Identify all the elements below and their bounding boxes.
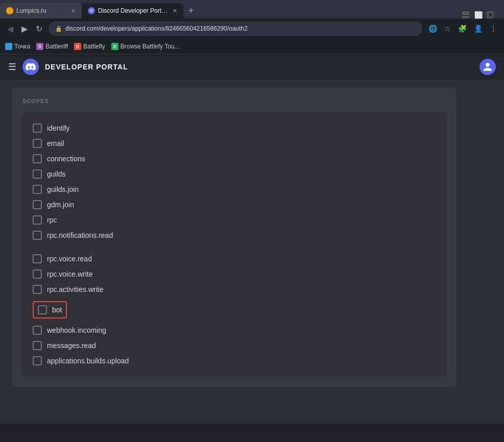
scope-rpc-voice-write-checkbox[interactable]	[33, 269, 42, 279]
scope-guilds-join-checkbox[interactable]	[33, 185, 42, 194]
scope-bot-label: bot	[52, 306, 62, 314]
scope-rpc-voice-read: rpc.voice.read	[33, 251, 436, 266]
back-button[interactable]: ◀	[5, 23, 15, 35]
tochka-favicon	[5, 43, 12, 50]
scope-identify-label: identify	[47, 124, 69, 132]
scope-applications-builds-upload-label: applications.builds.upload	[47, 357, 129, 365]
discord-app: ☰ DEVELOPER PORTAL SCOPES identify	[0, 54, 504, 424]
bookmark-battleriff[interactable]: B Battleriff	[36, 43, 68, 50]
bookmark-tochka[interactable]: Точка	[5, 43, 30, 50]
scope-guilds-join: guilds.join	[33, 182, 436, 197]
scope-bot: bot	[33, 298, 436, 322]
tabs-bar: Lumpics.ru ✕ ⚙ Discord Developer Portal …	[0, 0, 504, 18]
scope-webhook-incoming-checkbox[interactable]	[33, 326, 42, 335]
new-tab-button[interactable]: +	[183, 3, 199, 18]
scopes-section: SCOPES identify email connections g	[12, 88, 457, 387]
scope-rpc-checkbox[interactable]	[33, 215, 42, 225]
bookmark-browse-battlefy[interactable]: B Browse Battlefy Tou...	[111, 43, 180, 50]
bot-highlight-box: bot	[33, 301, 67, 318]
browser-chrome: Lumpics.ru ✕ ⚙ Discord Developer Portal …	[0, 0, 504, 54]
maximize-button[interactable]: ⬜	[474, 11, 482, 18]
tab-lumpics[interactable]: Lumpics.ru ✕	[0, 3, 82, 18]
minimize-button[interactable]: —	[462, 11, 469, 18]
scope-messages-read: messages.read	[33, 338, 436, 353]
scope-rpc-voice-read-checkbox[interactable]	[33, 254, 42, 263]
extension-icon[interactable]: 🧩	[456, 23, 469, 34]
portal-title-text: DEVELOPER PORTAL	[45, 63, 128, 71]
scope-messages-read-checkbox[interactable]	[33, 341, 42, 350]
scope-identify: identify	[33, 120, 436, 136]
scope-webhook-incoming: webhook.incoming	[33, 323, 436, 338]
scope-rpc-activities-write: rpc.activities.write	[33, 282, 436, 297]
scope-connections-label: connections	[47, 155, 85, 163]
scope-guilds: guilds	[33, 166, 436, 182]
scope-messages-read-label: messages.read	[47, 341, 96, 350]
scope-guilds-checkbox[interactable]	[33, 169, 42, 179]
bookmark-tochka-label: Точка	[14, 43, 30, 50]
tab-discord[interactable]: ⚙ Discord Developer Portal — My / ✕	[82, 3, 183, 18]
tab-discord-label: Discord Developer Portal — My /	[98, 7, 170, 14]
bookmark-battlefly-label: Battlefly	[83, 43, 105, 50]
toolbar-icons: 🌐 ☆ 🧩 👤 ⋮	[426, 23, 499, 34]
scope-identify-checkbox[interactable]	[33, 124, 42, 133]
scope-guilds-label: guilds	[47, 170, 66, 178]
translate-icon[interactable]: 🌐	[426, 23, 439, 34]
scope-gdm-join: gdm.join	[33, 197, 436, 212]
scope-email-label: email	[47, 139, 64, 148]
scope-rpc-voice-write: rpc.voice.write	[33, 266, 436, 282]
star-icon[interactable]: ☆	[442, 23, 453, 34]
battlefly-favicon: B	[74, 43, 81, 50]
lumpics-favicon	[6, 7, 13, 14]
scope-rpc-voice-read-label: rpc.voice.read	[47, 255, 92, 263]
address-bar-row: ◀ ▶ ↻ 🔒 discord.com/developers/applicati…	[0, 18, 504, 39]
menu-icon[interactable]: ⋮	[488, 23, 499, 34]
scope-webhook-incoming-label: webhook.incoming	[47, 326, 106, 334]
tab-lumpics-label: Lumpics.ru	[16, 7, 46, 14]
close-button[interactable]: ✕	[487, 11, 494, 18]
battleriff-favicon: B	[36, 43, 43, 50]
forward-button[interactable]: ▶	[19, 23, 30, 35]
hamburger-menu-icon[interactable]: ☰	[8, 61, 16, 72]
browse-battlefy-favicon: B	[111, 43, 118, 50]
lock-icon: 🔒	[55, 26, 62, 32]
scope-gdm-join-checkbox[interactable]	[33, 200, 42, 209]
profile-icon[interactable]: 👤	[472, 23, 485, 34]
scopes-container: identify email connections guilds guilds…	[22, 112, 446, 377]
user-avatar[interactable]	[479, 59, 496, 75]
scope-rpc-voice-write-label: rpc.voice.write	[47, 270, 92, 278]
scope-rpc-notifications-read-label: rpc.notifications.read	[47, 231, 113, 239]
scope-email-checkbox[interactable]	[33, 139, 42, 148]
scopes-label: SCOPES	[22, 98, 446, 104]
scope-bot-checkbox[interactable]	[38, 305, 47, 314]
discord-favicon: ⚙	[88, 7, 95, 14]
address-bar[interactable]: 🔒 discord.com/developers/applications/82…	[49, 21, 422, 36]
scope-rpc: rpc	[33, 212, 436, 228]
bookmark-battleriff-label: Battleriff	[45, 43, 68, 50]
discord-logo	[22, 59, 39, 75]
scope-rpc-notifications-read-checkbox[interactable]	[33, 231, 42, 240]
scope-guilds-join-label: guilds.join	[47, 185, 79, 193]
tab-lumpics-close[interactable]: ✕	[71, 8, 76, 14]
scope-rpc-notifications-read: rpc.notifications.read	[33, 228, 436, 243]
scope-divider	[33, 243, 436, 251]
scope-gdm-join-label: gdm.join	[47, 201, 74, 209]
bookmark-battlefly[interactable]: B Battlefly	[74, 43, 105, 50]
main-content: SCOPES identify email connections g	[0, 80, 504, 424]
bookmarks-bar: Точка B Battleriff B Battlefly B Browse …	[0, 39, 504, 54]
scope-rpc-activities-write-label: rpc.activities.write	[47, 285, 103, 293]
scope-applications-builds-upload: applications.builds.upload	[33, 353, 436, 369]
scope-rpc-label: rpc	[47, 216, 57, 224]
scope-applications-builds-upload-checkbox[interactable]	[33, 356, 42, 365]
refresh-button[interactable]: ↻	[34, 23, 44, 35]
bookmark-browse-battlefy-label: Browse Battlefy Tou...	[121, 43, 180, 50]
scope-email: email	[33, 136, 436, 151]
tab-discord-close[interactable]: ✕	[173, 8, 177, 14]
scope-connections: connections	[33, 151, 436, 166]
window-controls: — ⬜ ✕	[462, 11, 500, 18]
scope-rpc-activities-write-checkbox[interactable]	[33, 285, 42, 294]
discord-header: ☰ DEVELOPER PORTAL	[0, 54, 504, 80]
scope-connections-checkbox[interactable]	[33, 154, 42, 163]
address-text: discord.com/developers/applications/8246…	[65, 25, 416, 32]
